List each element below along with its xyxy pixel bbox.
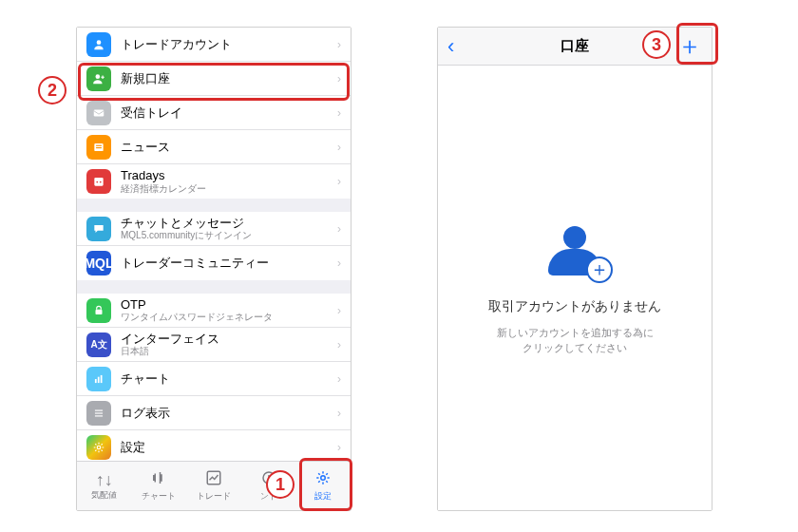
tab-label: 気配値 xyxy=(91,489,117,502)
label: トレードアカウント xyxy=(121,37,332,52)
settings-list: トレードアカウント › 新規口座 › 受信トレイ › ニュース › xyxy=(77,28,351,461)
label: インターフェイス xyxy=(121,332,332,347)
sublabel: MQL5.communityにサインイン xyxy=(121,230,332,241)
chevron-right-icon: › xyxy=(337,222,341,236)
chevron-right-icon: › xyxy=(337,372,341,386)
chevron-right-icon: › xyxy=(337,38,341,51)
group-account: トレードアカウント › 新規口座 › 受信トレイ › ニュース › xyxy=(77,28,351,199)
svg-rect-11 xyxy=(95,379,97,383)
svg-rect-14 xyxy=(95,409,103,410)
gear-icon xyxy=(86,435,111,460)
row-trade-account[interactable]: トレードアカウント › xyxy=(77,28,351,62)
svg-rect-5 xyxy=(96,147,102,148)
callout-3: 3 xyxy=(642,30,671,59)
row-inbox[interactable]: 受信トレイ › xyxy=(77,96,351,130)
person-icon xyxy=(86,32,111,57)
label: 受信トレイ xyxy=(121,105,332,121)
chevron-right-icon: › xyxy=(337,141,341,154)
chevron-right-icon: › xyxy=(337,175,341,188)
chevron-right-icon: › xyxy=(337,441,341,454)
empty-subtitle: 新しいアカウントを追加する為に クリックしてください xyxy=(497,325,654,356)
label: OTP xyxy=(121,297,332,313)
row-new-account[interactable]: 新規口座 › xyxy=(77,62,351,96)
gear-icon xyxy=(314,469,332,489)
callout-1: 1 xyxy=(266,470,294,499)
empty-title: 取引アカウントがありません xyxy=(488,298,661,315)
label: チャットとメッセージ xyxy=(121,216,332,231)
svg-rect-12 xyxy=(98,376,100,382)
tab-trade[interactable]: トレード xyxy=(186,462,241,510)
tab-quotes[interactable]: ↑↓ 気配値 xyxy=(77,462,132,510)
tab-label: 設定 xyxy=(314,490,332,503)
language-icon: A文 xyxy=(86,332,111,357)
svg-rect-10 xyxy=(96,309,103,314)
add-account-button[interactable]: ＋ xyxy=(674,29,702,63)
tab-settings[interactable]: 設定 xyxy=(295,462,351,510)
row-otp[interactable]: OTP ワンタイムパスワードジェネレータ › xyxy=(77,294,351,328)
label: トレーダーコミュニティー xyxy=(121,256,332,271)
svg-point-1 xyxy=(96,74,101,79)
person-plus-icon xyxy=(86,66,111,91)
empty-state: ＋ 取引アカウントがありません 新しいアカウントを追加する為に クリックしてくだ… xyxy=(438,66,712,510)
label: ニュース xyxy=(121,140,332,155)
label: 新規口座 xyxy=(121,71,332,86)
back-button[interactable]: ‹ xyxy=(447,34,476,59)
row-log[interactable]: ログ表示 › xyxy=(77,396,351,430)
row-community[interactable]: MQL トレーダーコミュニティー › xyxy=(77,246,351,280)
row-interface[interactable]: A文 インターフェイス 日本語 › xyxy=(77,328,351,362)
svg-rect-16 xyxy=(95,415,103,416)
news-icon xyxy=(86,135,111,160)
chevron-right-icon: › xyxy=(337,407,341,420)
sublabel: ワンタイムパスワードジェネレータ xyxy=(121,312,332,323)
svg-point-20 xyxy=(321,476,326,481)
list-icon xyxy=(86,401,111,426)
group-community: チャットとメッセージ MQL5.communityにサインイン › MQL トレ… xyxy=(77,212,351,280)
row-chat[interactable]: チャットとメッセージ MQL5.communityにサインイン › xyxy=(77,212,351,246)
row-chart[interactable]: チャート › xyxy=(77,362,351,396)
chevron-right-icon: › xyxy=(337,106,341,120)
candles-icon xyxy=(150,469,167,489)
svg-point-9 xyxy=(100,181,102,183)
plus-circle-icon: ＋ xyxy=(586,256,613,283)
arrows-icon: ↑↓ xyxy=(96,471,113,488)
trend-icon xyxy=(205,469,222,489)
phone-settings: トレードアカウント › 新規口座 › 受信トレイ › ニュース › xyxy=(76,27,352,511)
avatar-plus-icon[interactable]: ＋ xyxy=(541,220,609,289)
svg-rect-2 xyxy=(94,109,104,116)
sublabel: 経済指標カレンダー xyxy=(121,183,332,195)
row-news[interactable]: ニュース › xyxy=(77,130,351,164)
chevron-right-icon: › xyxy=(337,338,341,352)
mql-icon: MQL xyxy=(86,251,111,276)
chat-icon xyxy=(86,217,111,241)
label: ログ表示 xyxy=(121,406,332,421)
row-tradays[interactable]: Tradays 経済指標カレンダー › xyxy=(77,164,351,199)
phone-accounts: ‹ 口座 ＋ ＋ 取引アカウントがありません 新しいアカウントを追加する為に ク… xyxy=(437,27,712,511)
chart-icon xyxy=(86,367,111,391)
chevron-right-icon: › xyxy=(337,304,341,317)
callout-2: 2 xyxy=(38,76,66,104)
group-misc: OTP ワンタイムパスワードジェネレータ › A文 インターフェイス 日本語 ›… xyxy=(77,294,351,461)
mail-icon xyxy=(86,101,111,125)
svg-point-8 xyxy=(96,181,98,183)
sublabel: 日本語 xyxy=(121,346,332,357)
chevron-right-icon: › xyxy=(337,256,341,270)
svg-point-17 xyxy=(97,446,101,449)
label: チャート xyxy=(121,371,332,387)
tab-label: チャート xyxy=(142,490,176,503)
tab-label: トレード xyxy=(197,490,231,503)
calendar-icon xyxy=(86,169,111,194)
tab-chart[interactable]: チャート xyxy=(132,462,187,510)
chevron-right-icon: › xyxy=(337,72,341,86)
tab-bar: ↑↓ 気配値 チャート トレード ンド 設定 xyxy=(77,461,351,510)
svg-rect-15 xyxy=(95,412,103,413)
row-settings[interactable]: 設定 › xyxy=(77,430,351,461)
label: Tradays xyxy=(121,168,332,183)
svg-rect-13 xyxy=(101,374,103,382)
label: 設定 xyxy=(121,440,332,455)
svg-point-0 xyxy=(97,40,102,45)
svg-rect-4 xyxy=(96,144,102,145)
lock-icon xyxy=(86,298,111,323)
